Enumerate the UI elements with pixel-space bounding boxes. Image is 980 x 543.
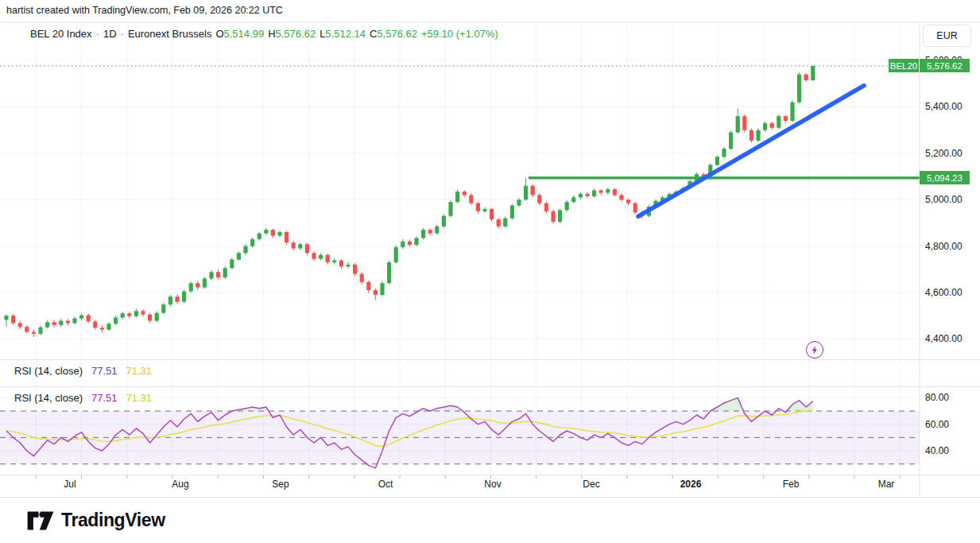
price-axis[interactable]: 5,600.005,400.005,200.005,000.004,800.00… — [925, 55, 963, 456]
close-value: C5,576.62 — [370, 28, 417, 40]
brand-wordmark: TradingView — [61, 510, 165, 531]
symbol-title: BEL 20 Index — [30, 28, 92, 40]
high-value: H5,576.62 — [268, 28, 316, 40]
last-price-symbol-badge: BEL20 — [889, 59, 919, 72]
symbol-legend: BEL 20 Index · 1D · Euronext Brussels O5… — [30, 28, 498, 40]
rsi-value: 77.51 — [91, 365, 118, 377]
tradingview-snapshot: hartist created with TradingView.com, Fe… — [0, 0, 980, 543]
gridlines — [0, 22, 920, 475]
time-axis[interactable]: JulAugSepOctNovDec2026FebMar — [36, 475, 900, 490]
tradingview-logo: TradingView — [27, 510, 165, 531]
chart-canvas[interactable]: 5,600.005,400.005,200.005,000.004,800.00… — [0, 0, 980, 498]
price-tick-label: 4,400.00 — [925, 333, 963, 344]
rsi-ma-value: 71.31 — [126, 392, 153, 404]
flash-button[interactable] — [806, 341, 823, 359]
time-tick-label: 2026 — [680, 479, 702, 490]
level-price-badge: 5,094.23 — [920, 171, 970, 184]
rsi-tick-label: 80.00 — [925, 392, 949, 403]
rsi-tick-label: 40.00 — [925, 445, 949, 456]
footer-bar: TradingView — [0, 498, 980, 543]
time-tick-label: Aug — [172, 479, 188, 490]
lightning-icon — [810, 345, 820, 355]
low-value: L5,512.14 — [320, 28, 366, 40]
trend-line[interactable] — [638, 86, 864, 217]
time-tick-label: Mar — [878, 479, 895, 490]
time-tick-label: Feb — [783, 479, 800, 490]
time-tick-label: Oct — [378, 479, 393, 490]
tradingview-logo-icon — [27, 510, 54, 531]
time-tick-label: Nov — [484, 479, 501, 490]
change-value: +59.10 (+1.07%) — [421, 28, 498, 40]
price-tick-label: 5,200.00 — [925, 148, 963, 159]
rsi-pane2-legend: RSI (14, close) 77.51 71.31 — [14, 392, 152, 404]
last-price-badge: 5,576.62 — [920, 59, 970, 72]
exchange-label: Euronext Brussels — [128, 28, 212, 40]
legend-separator: · — [96, 28, 99, 40]
currency-button[interactable]: EUR — [923, 25, 971, 47]
legend-separator: · — [121, 28, 124, 40]
price-tick-label: 4,600.00 — [925, 287, 963, 298]
rsi-label: RSI (14, close) — [14, 365, 83, 377]
interval-label: 1D — [103, 28, 117, 40]
rsi-pane1-legend: RSI (14, close) 77.51 71.31 — [14, 365, 152, 377]
price-tick-label: 5,400.00 — [925, 101, 963, 112]
time-tick-label: Dec — [583, 479, 599, 490]
rsi-tick-label: 60.00 — [925, 419, 949, 430]
rsi-ma-value: 71.31 — [126, 365, 153, 377]
rsi-value: 77.51 — [91, 392, 118, 404]
price-tick-label: 5,000.00 — [925, 194, 963, 205]
open-value: O5,514.99 — [215, 28, 264, 40]
time-tick-label: Sep — [272, 479, 289, 490]
price-tick-label: 4,800.00 — [925, 241, 963, 252]
time-tick-label: Jul — [64, 479, 76, 490]
rsi-label: RSI (14, close) — [14, 392, 83, 404]
